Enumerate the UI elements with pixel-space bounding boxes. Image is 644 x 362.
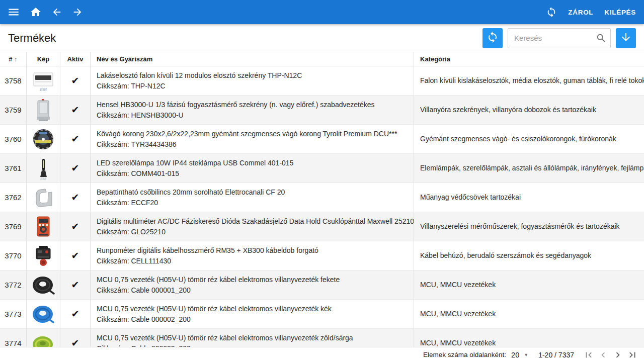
- category-cell: Gyémánt szegmenses vágó- és csiszolókoro…: [414, 125, 644, 153]
- product-name: LED szerelőlámpa 10W IP44 steklámpa USB …: [97, 158, 414, 168]
- product-sku: Cikkszám: TYR34434386: [97, 140, 414, 149]
- product-image-cell: [27, 300, 60, 328]
- product-image-meter-cabinet: [32, 98, 55, 122]
- product-image-coil-black: [32, 273, 55, 297]
- product-name: MCU 0,75 vezeték (H05V-U) tömör réz kábe…: [97, 333, 414, 343]
- home-icon: [30, 6, 42, 18]
- product-sku: Cikkszám: HENSHB3000-U: [97, 111, 414, 120]
- product-category: MCU, MMCU vezetékek: [420, 309, 496, 319]
- lock-button[interactable]: ZÁROL: [568, 9, 593, 16]
- product-sku: Cikkszám: GLO25210: [97, 227, 414, 237]
- arrow-down-icon: [620, 31, 632, 45]
- product-image-work-lamp: EM: [32, 156, 55, 180]
- product-category: Elemlámpák, szerelőlámpák, asztali és ál…: [420, 163, 644, 173]
- name-cell: Lakáselosztó falon kívüli 12 modulos elo…: [91, 66, 414, 95]
- refresh-button[interactable]: [482, 28, 503, 48]
- category-cell: MCU, MMCU vezetékek: [414, 300, 644, 328]
- column-header-active[interactable]: Aktív: [60, 52, 91, 66]
- last-page-button[interactable]: [627, 349, 638, 360]
- sync-button[interactable]: [546, 7, 557, 18]
- product-id: 3760: [0, 125, 27, 153]
- back-button[interactable]: [51, 7, 62, 18]
- product-category: Villanyszerelési mérőműszerek, fogyasztá…: [420, 222, 620, 231]
- column-header-name[interactable]: Név és Gyáriszám: [91, 52, 414, 66]
- download-button[interactable]: [616, 28, 636, 48]
- table-row[interactable]: 3772 ✔ MCU 0,75 vezeték (H05V-U) tömör r…: [0, 270, 644, 300]
- category-cell: Villanyóra szekrények, villanyóra dobozo…: [414, 96, 644, 124]
- check-icon: ✔: [71, 133, 79, 145]
- product-category: Kábel behúzó, berudaló szerszámok és seg…: [420, 251, 591, 260]
- product-sku: Cikkszám: Cable 000001_200: [97, 286, 414, 295]
- exit-button[interactable]: KILÉPÉS: [604, 9, 636, 16]
- sync-icon: [546, 7, 557, 18]
- first-page-button[interactable]: [583, 349, 594, 360]
- table-row[interactable]: 3770 ✔ Runpométer digitális kábelhosszmé…: [0, 241, 644, 270]
- check-icon: ✔: [71, 221, 79, 232]
- product-sku: Cikkszám: ECCF20: [97, 198, 414, 208]
- table-body: 3758 EM ✔ Lakáselosztó falon kívüli 12 m…: [0, 66, 644, 358]
- column-header-id[interactable]: # ↑: [0, 52, 27, 66]
- pagination-bar: Elemek száma oldalanként: 20 ▼ 1-20 / 73…: [0, 347, 644, 362]
- product-id: 3772: [0, 270, 27, 299]
- product-id: 3761: [0, 154, 27, 183]
- table-row[interactable]: 3758 EM ✔ Lakáselosztó falon kívüli 12 m…: [0, 66, 644, 96]
- product-id: 3773: [0, 300, 27, 328]
- product-image-cable-meter: [32, 244, 55, 268]
- product-image-cutting-disc: [32, 127, 55, 151]
- active-cell: ✔: [60, 300, 91, 328]
- check-icon: ✔: [71, 308, 79, 320]
- table-row[interactable]: 3761 EM ✔ LED szerelőlámpa 10W IP44 stek…: [0, 154, 644, 183]
- hamburger-icon: [7, 6, 20, 19]
- check-icon: ✔: [71, 104, 79, 116]
- next-page-button[interactable]: [612, 349, 623, 360]
- table-row[interactable]: 3760 ✔ Kővágó korong 230x2,6/2x22,23mm g…: [0, 125, 644, 154]
- home-button[interactable]: [30, 6, 42, 18]
- chevron-right-icon: [612, 349, 623, 360]
- column-header-category[interactable]: Kategória: [414, 52, 644, 66]
- product-name: Runpométer digitális kábelhosszmérő RM35…: [97, 246, 414, 255]
- caret-down-icon: ▼: [524, 352, 528, 357]
- active-cell: ✔: [60, 154, 91, 183]
- product-category: Műanyag védőcsövek tartozékai: [420, 193, 521, 202]
- name-cell: Kővágó korong 230x2,6/2x22,23mm gyémánt …: [91, 125, 414, 153]
- table-row[interactable]: 3759 ✔ Hensel HB3000-U 1/3 fázisú fogyas…: [0, 96, 644, 125]
- category-cell: Műanyag védőcsövek tartozékai: [414, 183, 644, 212]
- active-cell: ✔: [60, 270, 91, 299]
- search-box: [508, 28, 611, 48]
- first-page-icon: [583, 349, 594, 360]
- table-row[interactable]: 3762 ✔ Bepattintható csőbilincs 20mm sor…: [0, 183, 644, 212]
- product-id: 3759: [0, 96, 27, 124]
- product-name: MCU 0,75 vezeték (H05V-U) tömör réz kábe…: [97, 304, 414, 314]
- active-cell: ✔: [60, 96, 91, 124]
- forward-button[interactable]: [72, 7, 83, 18]
- active-cell: ✔: [60, 125, 91, 153]
- product-sku: Cikkszám: Cable 000002_200: [97, 315, 414, 324]
- refresh-icon: [487, 31, 499, 45]
- product-category: Falon kívüli kislakáselosztók, média elo…: [420, 76, 644, 85]
- name-cell: Digitális multiméter AC/DC Fáziskereső D…: [91, 212, 414, 241]
- page-header: Termékek: [0, 24, 644, 52]
- sort-ascending-icon: ↑: [14, 55, 18, 63]
- product-sku: Cikkszám: COMM401-015: [97, 169, 414, 178]
- check-icon: ✔: [71, 192, 79, 203]
- column-header-image: Kép: [27, 52, 60, 66]
- product-image-cell: EM: [27, 66, 60, 95]
- per-page-select[interactable]: 20 ▼: [511, 351, 528, 359]
- name-cell: Bepattintható csőbilincs 20mm sorolható …: [91, 183, 414, 212]
- arrow-forward-icon: [72, 7, 83, 18]
- previous-page-button[interactable]: [598, 349, 609, 360]
- check-icon: ✔: [71, 75, 79, 86]
- product-category: Villanyóra szekrények, villanyóra dobozo…: [420, 105, 596, 115]
- app-bar-right: ZÁROL KILÉPÉS: [546, 7, 636, 18]
- product-name: Lakáselosztó falon kívüli 12 modulos elo…: [97, 71, 414, 80]
- table-row[interactable]: 3769 ✔ Digitális multiméter AC/DC Fázisk…: [0, 212, 644, 241]
- product-category: MCU, MMCU vezetékek: [420, 280, 496, 290]
- table-row[interactable]: 3773 ✔ MCU 0,75 vezeték (H05V-U) tömör r…: [0, 300, 644, 329]
- product-image-dist-box: EM: [32, 69, 55, 93]
- category-cell: MCU, MMCU vezetékek: [414, 270, 644, 299]
- category-cell: Elemlámpák, szerelőlámpák, asztali és ál…: [414, 154, 644, 183]
- product-image-coil-blue: [32, 302, 55, 326]
- product-name: Bepattintható csőbilincs 20mm sorolható …: [97, 188, 414, 197]
- menu-button[interactable]: [7, 6, 20, 19]
- products-table: # ↑ Kép Aktív Név és Gyáriszám Kategória…: [0, 52, 644, 362]
